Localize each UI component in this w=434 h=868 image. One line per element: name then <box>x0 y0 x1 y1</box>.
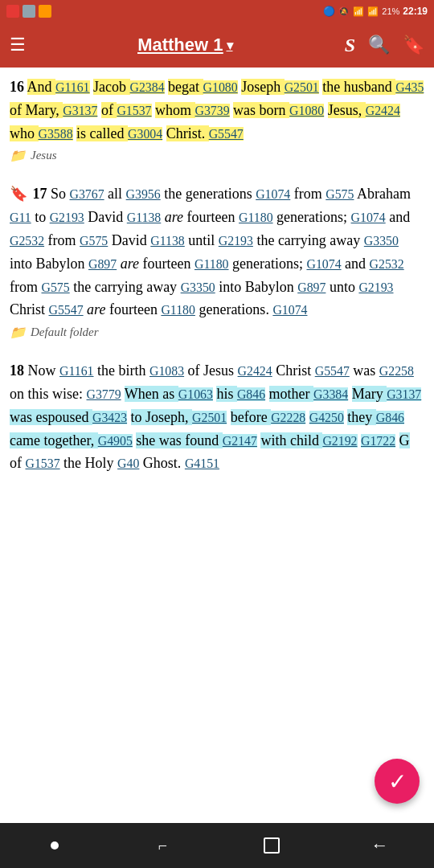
status-left-icons <box>6 5 51 18</box>
search-button[interactable]: 🔍 <box>368 35 390 55</box>
v16-seg-4: Joseph <box>241 79 285 95</box>
v18-g4250[interactable]: G4250 <box>309 411 344 424</box>
v18-g3779[interactable]: G3779 <box>87 387 121 401</box>
v16-seg-2: Jacob <box>93 79 129 95</box>
v17-g2532b[interactable]: G2532 <box>370 257 404 271</box>
v18-g2192[interactable]: G2192 <box>322 434 357 448</box>
menu-button[interactable]: ☰ <box>10 35 26 55</box>
verse-16: 16 And G1161 Jacob G2384 begat G1080 Jos… <box>10 76 424 163</box>
v18-g1537[interactable]: G1537 <box>26 457 60 470</box>
v17-g5547[interactable]: G5547 <box>49 303 84 317</box>
bottom-nav-square[interactable] <box>249 823 294 868</box>
v18-seg-7: When as <box>125 386 178 402</box>
v18-g1083[interactable]: G1083 <box>149 364 184 378</box>
v18-seg-5: was <box>353 362 379 379</box>
strongs-button[interactable]: S <box>345 35 355 56</box>
v16-g3588[interactable]: G3588 <box>39 127 73 141</box>
v16-g1080b[interactable]: G1080 <box>289 104 324 117</box>
v17-are2: are <box>121 256 139 272</box>
v18-g1161[interactable]: G1161 <box>59 364 94 378</box>
bookmark-button[interactable]: 🔖 <box>403 35 424 55</box>
bottom-nav: ⌐ ← <box>0 823 434 868</box>
v17-seg-19: from <box>10 279 42 295</box>
v16-seg-3: begat <box>168 79 203 95</box>
v17-g1180[interactable]: G1180 <box>239 211 273 224</box>
v17-are3: are <box>87 301 105 317</box>
v16-g435[interactable]: G435 <box>395 80 424 94</box>
bluetooth-icon: 🔵 <box>323 6 335 17</box>
bottom-nav-arrow[interactable]: ← <box>358 823 403 868</box>
v17-g1180c[interactable]: G1180 <box>161 303 195 317</box>
v16-g2424[interactable]: G2424 <box>366 104 400 117</box>
v17-g897b[interactable]: G897 <box>297 280 326 294</box>
v16-g1080[interactable]: G1080 <box>203 80 238 94</box>
v18-g1722[interactable]: G1722 <box>361 434 395 448</box>
v16-g5547[interactable]: G5547 <box>209 127 244 141</box>
fab-button[interactable]: ✓ <box>375 759 420 804</box>
v17-g3350[interactable]: G3350 <box>364 234 399 248</box>
v17-g1180b[interactable]: G1180 <box>194 257 229 271</box>
v17-g1138[interactable]: G1138 <box>127 211 162 224</box>
v17-g575b[interactable]: G575 <box>80 234 108 248</box>
v17-seg-10: and <box>389 209 410 225</box>
v16-g2501[interactable]: G2501 <box>285 80 319 94</box>
wifi-icon: 📶 <box>353 6 364 17</box>
v17-seg-22: unto <box>330 279 359 295</box>
v18-g4151[interactable]: G4151 <box>185 457 219 470</box>
v17-g1074d[interactable]: G1074 <box>272 303 307 317</box>
v17-g1074c[interactable]: G1074 <box>306 257 341 271</box>
v17-g11[interactable]: G11 <box>10 211 31 224</box>
v17-g897[interactable]: G897 <box>88 257 117 271</box>
bottom-nav-dot[interactable] <box>32 823 77 868</box>
v17-g3350b[interactable]: G3350 <box>181 280 215 294</box>
bottom-nav-back[interactable]: ⌐ <box>141 823 186 868</box>
v18-g1063[interactable]: G1063 <box>178 387 213 401</box>
v17-g2193[interactable]: G2193 <box>50 211 84 224</box>
clock: 22:19 <box>403 6 428 17</box>
silent-icon: 🔕 <box>338 6 350 17</box>
v18-g3384[interactable]: G3384 <box>313 387 348 401</box>
v18-g2258[interactable]: G2258 <box>379 364 414 378</box>
v18-g846b[interactable]: G846 <box>376 411 404 424</box>
v16-g3739[interactable]: G3739 <box>195 104 230 117</box>
v18-seg-22: Ghost. <box>143 455 185 471</box>
v16-g1161[interactable]: G1161 <box>55 80 90 94</box>
v18-g2228[interactable]: G2228 <box>271 411 305 424</box>
v16-g3137[interactable]: G3137 <box>63 104 97 117</box>
v18-g4905[interactable]: G4905 <box>98 434 133 448</box>
v18-g2147[interactable]: G2147 <box>223 434 257 448</box>
v17-g3767[interactable]: G3767 <box>70 187 104 201</box>
square-icon <box>264 837 280 854</box>
v17-seg-17: generations; <box>232 256 306 272</box>
v17-g2193b[interactable]: G2193 <box>219 234 253 248</box>
v18-g3423[interactable]: G3423 <box>92 411 127 424</box>
v18-g40[interactable]: G40 <box>117 457 139 470</box>
v17-g575[interactable]: G575 <box>326 187 354 201</box>
v18-seg-4: Christ <box>276 362 315 379</box>
v18-g2424[interactable]: G2424 <box>238 364 272 378</box>
v17-g575c[interactable]: G575 <box>42 280 70 294</box>
v16-g3004[interactable]: G3004 <box>128 127 162 141</box>
status-right-info: 🔵 🔕 📶 📶 21% 22:19 <box>323 6 428 17</box>
v16-g1537[interactable]: G1537 <box>117 104 151 117</box>
verse-17-text: 🔖 17 So G3767 all G3956 the generations … <box>10 182 424 321</box>
v18-g3137[interactable]: G3137 <box>387 387 421 401</box>
bookmark-marker-v17: 🔖 <box>10 186 27 202</box>
v16-g2384[interactable]: G2384 <box>130 80 165 94</box>
bible-content: 16 And G1161 Jacob G2384 begat G1080 Jos… <box>0 68 434 494</box>
v17-g2532[interactable]: G2532 <box>10 234 44 248</box>
v18-g5547[interactable]: G5547 <box>315 364 350 378</box>
v16-seg-7: of <box>101 102 117 118</box>
v17-g3956[interactable]: G3956 <box>126 187 161 201</box>
v17-seg-11: from <box>48 232 80 248</box>
toolbar-title[interactable]: Matthew 1 ▾ <box>137 35 232 55</box>
dropdown-icon[interactable]: ▾ <box>227 38 233 53</box>
v18-g846[interactable]: G846 <box>237 387 265 401</box>
v17-g1074b[interactable]: G1074 <box>351 211 386 224</box>
v16-seg-8: whom <box>155 102 195 118</box>
v17-seg-14: the carrying away <box>256 232 363 248</box>
v17-g1138b[interactable]: G1138 <box>150 234 185 248</box>
v17-g1074[interactable]: G1074 <box>256 187 290 201</box>
v17-g2193c[interactable]: G2193 <box>358 280 393 294</box>
v18-g2501[interactable]: G2501 <box>192 411 227 424</box>
